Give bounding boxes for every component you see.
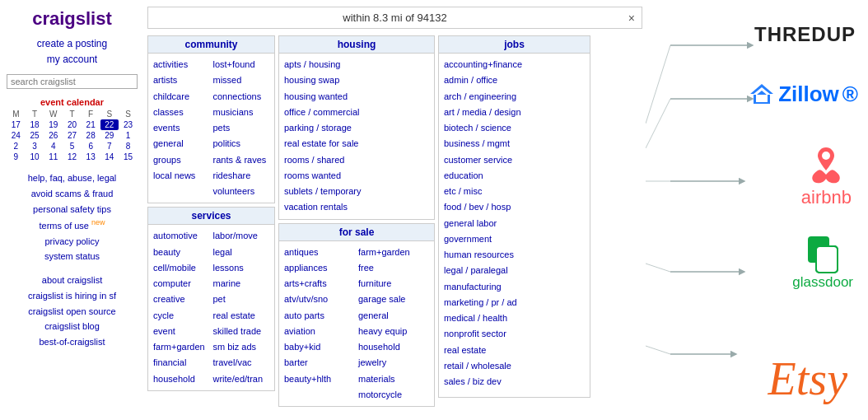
cal-day[interactable]: 11 xyxy=(44,152,63,162)
link-free[interactable]: free xyxy=(358,260,429,276)
cal-day[interactable]: 29 xyxy=(100,130,119,141)
link-rooms-shared[interactable]: rooms / shared xyxy=(284,152,429,168)
link-household-sale[interactable]: household xyxy=(358,339,429,355)
cal-day[interactable]: 24 xyxy=(7,130,26,141)
link-business[interactable]: business / mgmt xyxy=(444,136,585,152)
link-biotech[interactable]: biotech / science xyxy=(444,120,585,136)
cal-day[interactable]: 7 xyxy=(100,141,119,152)
link-general-labor[interactable]: general labor xyxy=(444,216,585,231)
create-posting-link[interactable]: create a posting xyxy=(7,36,138,52)
cal-day today[interactable]: 22 xyxy=(100,119,119,130)
privacy-link[interactable]: privacy policy xyxy=(7,234,138,250)
cal-day[interactable]: 3 xyxy=(26,141,44,152)
avoid-scams-link[interactable]: avoid scams & fraud xyxy=(7,186,138,202)
link-retail[interactable]: retail / wholesale xyxy=(444,358,585,374)
cal-day[interactable]: 20 xyxy=(63,119,82,130)
hiring-link[interactable]: craigslist is hiring in sf xyxy=(7,288,138,304)
link-rants[interactable]: rants & raves xyxy=(213,152,270,168)
link-sm-biz[interactable]: sm biz ads xyxy=(213,339,270,355)
link-household[interactable]: household xyxy=(153,371,210,387)
link-creative[interactable]: creative xyxy=(153,292,210,307)
cal-day[interactable]: 27 xyxy=(63,130,82,141)
cal-day[interactable]: 8 xyxy=(119,141,138,152)
link-politics[interactable]: politics xyxy=(213,136,270,152)
cal-day[interactable]: 15 xyxy=(119,152,138,162)
link-pets[interactable]: pets xyxy=(213,120,270,136)
link-general[interactable]: general xyxy=(153,136,210,152)
link-atv[interactable]: atv/utv/sno xyxy=(284,292,355,307)
link-admin[interactable]: admin / office xyxy=(444,72,585,88)
link-real-estate-sale[interactable]: real estate for sale xyxy=(284,136,429,152)
link-travel-vac[interactable]: travel/vac xyxy=(213,355,270,371)
my-account-link[interactable]: my account xyxy=(7,52,138,68)
link-lessons[interactable]: lessons xyxy=(213,260,270,276)
link-auto-parts[interactable]: auto parts xyxy=(284,308,355,324)
link-barter[interactable]: barter xyxy=(284,355,355,371)
cal-day[interactable]: 26 xyxy=(44,130,63,141)
link-financial[interactable]: financial xyxy=(153,355,210,371)
link-vacation-rentals[interactable]: vacation rentals xyxy=(284,199,429,215)
link-marketing[interactable]: marketing / pr / ad xyxy=(444,295,585,310)
link-baby-kid[interactable]: baby+kid xyxy=(284,339,355,355)
link-human-resources[interactable]: human resources xyxy=(444,247,585,263)
link-missed[interactable]: missed xyxy=(213,72,270,88)
link-parking-storage[interactable]: parking / storage xyxy=(284,120,429,136)
link-apts-housing[interactable]: apts / housing xyxy=(284,57,429,72)
link-automotive[interactable]: automotive xyxy=(153,228,210,244)
opensource-link[interactable]: craigslist open source xyxy=(7,304,138,320)
bestof-link[interactable]: best-of-craigslist xyxy=(7,334,138,350)
about-link[interactable]: about craigslist xyxy=(7,273,138,288)
link-nonprofit[interactable]: nonprofit sector xyxy=(444,326,585,342)
search-input[interactable] xyxy=(7,75,137,88)
link-customer-svc[interactable]: customer service xyxy=(444,152,585,168)
link-write-ed[interactable]: write/ed/tran xyxy=(213,371,270,387)
cal-day[interactable]: 4 xyxy=(44,141,63,152)
cal-day[interactable]: 12 xyxy=(63,152,82,162)
cal-day[interactable]: 13 xyxy=(82,152,100,162)
close-button[interactable]: × xyxy=(628,12,635,25)
link-beauty[interactable]: beauty xyxy=(153,245,210,260)
link-volunteers[interactable]: volunteers xyxy=(213,184,270,199)
cal-day[interactable]: 14 xyxy=(100,152,119,162)
link-art[interactable]: art / media / design xyxy=(444,105,585,120)
link-government[interactable]: government xyxy=(444,231,585,247)
safety-tips-link[interactable]: personal safety tips xyxy=(7,202,138,217)
cal-day[interactable]: 28 xyxy=(82,130,100,141)
status-link[interactable]: system status xyxy=(7,249,138,264)
link-computer[interactable]: computer xyxy=(153,276,210,292)
link-materials[interactable]: materials xyxy=(358,371,429,387)
link-jewelry[interactable]: jewelry xyxy=(358,355,429,371)
cal-day[interactable]: 18 xyxy=(26,119,44,130)
link-sales[interactable]: sales / biz dev xyxy=(444,374,585,390)
link-appliances[interactable]: appliances xyxy=(284,260,355,276)
link-motorcycle[interactable]: motorcycle xyxy=(358,387,429,403)
link-food-bev[interactable]: food / bev / hosp xyxy=(444,199,585,215)
link-cell-mobile[interactable]: cell/mobile xyxy=(153,260,210,276)
cal-day[interactable]: 23 xyxy=(119,119,138,130)
link-local-news[interactable]: local news xyxy=(153,168,210,184)
link-etc-misc[interactable]: etc / misc xyxy=(444,184,585,199)
link-arch[interactable]: arch / engineering xyxy=(444,89,585,105)
link-antiques[interactable]: antiques xyxy=(284,245,355,260)
link-rideshare[interactable]: rideshare xyxy=(213,168,270,184)
cal-day[interactable]: 25 xyxy=(26,130,44,141)
link-pet[interactable]: pet xyxy=(213,292,270,307)
link-legal[interactable]: legal xyxy=(213,245,270,260)
link-rooms-wanted[interactable]: rooms wanted xyxy=(284,168,429,184)
link-garage-sale[interactable]: garage sale xyxy=(358,292,429,307)
link-skilled-trade[interactable]: skilled trade xyxy=(213,324,270,339)
link-accounting[interactable]: accounting+finance xyxy=(444,57,585,72)
link-musicians[interactable]: musicians xyxy=(213,105,270,120)
link-medical[interactable]: medical / health xyxy=(444,310,585,326)
cal-day[interactable]: 19 xyxy=(44,119,63,130)
help-faq-link[interactable]: help, faq, abuse, legal xyxy=(7,170,138,186)
link-real-estate-job[interactable]: real estate xyxy=(444,343,585,358)
cal-day[interactable]: 9 xyxy=(7,152,26,162)
link-heavy-equip[interactable]: heavy equip xyxy=(358,324,429,339)
blog-link[interactable]: craigslist blog xyxy=(7,319,138,334)
link-legal-paralegal[interactable]: legal / paralegal xyxy=(444,263,585,278)
cal-day[interactable]: 2 xyxy=(7,141,26,152)
link-beauty-hlth[interactable]: beauty+hlth xyxy=(284,371,355,387)
link-farm-garden[interactable]: farm+garden xyxy=(153,339,210,355)
link-events[interactable]: events xyxy=(153,120,210,136)
